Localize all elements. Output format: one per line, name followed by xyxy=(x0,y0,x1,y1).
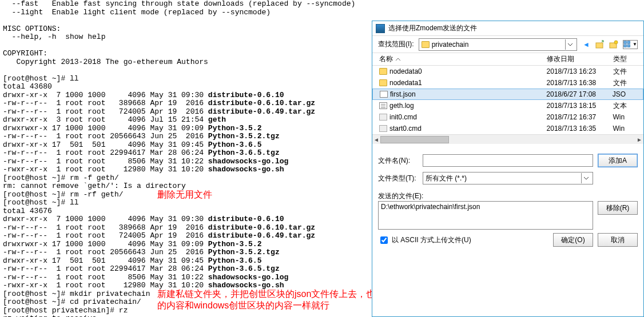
chevron-down-icon[interactable] xyxy=(581,173,590,183)
filename-label: 文件名(N): xyxy=(378,156,418,166)
svg-rect-5 xyxy=(624,45,626,47)
svg-rect-0 xyxy=(596,43,603,48)
add-button[interactable]: 添加A xyxy=(598,154,638,167)
file-name: nodedata0 xyxy=(389,67,422,75)
folder-icon xyxy=(379,79,387,86)
annotation-1: 删除无用文件 xyxy=(157,189,212,201)
scroll-right-icon[interactable]: ► xyxy=(635,137,643,143)
file-date: 2018/7/13 16:35 xyxy=(547,125,613,133)
annotation-2-l2: 的内容和windows创世区块的内容一样就行 xyxy=(157,300,329,312)
up-folder-icon[interactable] xyxy=(595,40,605,49)
file-type: 文件 xyxy=(613,78,644,88)
lookin-combo[interactable]: privatechain xyxy=(419,38,577,51)
dialog-titlebar[interactable]: 选择使用Zmodem发送的文件 xyxy=(372,21,643,36)
ok-button[interactable]: 确定(O) xyxy=(553,233,593,247)
json-icon xyxy=(380,91,388,98)
file-date: 2018/7/12 16:37 xyxy=(547,113,613,121)
cancel-button[interactable]: 取消 xyxy=(598,233,638,247)
file-type: JSO xyxy=(613,90,643,98)
txt-icon xyxy=(379,102,387,109)
file-type: 文本 xyxy=(613,101,644,111)
filetype-value: 所有文件 (*.*) xyxy=(426,174,581,183)
remove-button[interactable]: 移除(R) xyxy=(598,201,638,215)
file-type: Win xyxy=(613,113,644,121)
ascii-checkbox-input[interactable] xyxy=(380,236,388,244)
back-icon[interactable]: ◄ xyxy=(582,40,591,49)
file-picker-dialog: 选择使用Zmodem发送的文件 查找范围(I): privatechain ◄ … xyxy=(372,21,644,317)
file-name: init0.cmd xyxy=(389,113,417,121)
col-name-label[interactable]: 名称 xyxy=(379,54,393,64)
file-row[interactable]: init0.cmd2018/7/12 16:37Win xyxy=(372,111,643,123)
folder-icon xyxy=(379,68,387,75)
file-name: first.json xyxy=(390,90,416,98)
file-list-header: 名称 修改日期 类型 xyxy=(372,53,643,66)
sendfiles-list[interactable]: D:\ethwork\privatechain\first.json xyxy=(378,201,593,230)
file-row[interactable]: start0.cmd2018/7/13 16:35Win xyxy=(372,123,643,134)
file-date: 2018/7/13 18:15 xyxy=(547,102,613,110)
file-row[interactable]: nodedata02018/7/13 16:23文件 xyxy=(372,66,643,77)
sendfiles-label: 发送的文件(E): xyxy=(378,191,423,201)
svg-rect-6 xyxy=(627,45,630,47)
folder-icon xyxy=(422,41,430,48)
lookin-value: privatechain xyxy=(432,41,565,49)
col-date-label[interactable]: 修改日期 xyxy=(547,54,613,64)
file-name: geth.log xyxy=(389,102,414,110)
sort-asc-icon xyxy=(395,57,401,62)
scroll-left-icon[interactable]: ◄ xyxy=(372,137,380,143)
file-name: nodedata1 xyxy=(389,79,422,87)
col-type-label[interactable]: 类型 xyxy=(613,54,644,64)
svg-rect-4 xyxy=(627,41,630,43)
file-date: 2018/7/13 16:38 xyxy=(547,79,613,87)
dialog-title: 选择使用Zmodem发送的文件 xyxy=(388,23,477,33)
lookin-label: 查找范围(I): xyxy=(378,39,414,49)
file-type: Win xyxy=(613,125,644,133)
file-row[interactable]: geth.log2018/7/13 18:15文本 xyxy=(372,100,643,111)
ascii-checkbox[interactable]: 以 ASCII 方式上传文件(U) xyxy=(378,235,548,246)
filename-input[interactable] xyxy=(423,154,593,167)
dialog-icon xyxy=(376,24,385,33)
filetype-combo[interactable]: 所有文件 (*.*) xyxy=(423,172,593,184)
file-list[interactable]: 名称 修改日期 类型 nodedata02018/7/13 16:23文件nod… xyxy=(372,53,643,150)
svg-rect-3 xyxy=(624,41,626,43)
file-name: start0.cmd xyxy=(389,125,422,133)
file-date: 2018/6/27 17:08 xyxy=(546,90,612,98)
file-type: 文件 xyxy=(613,67,644,77)
scroll-thumb[interactable] xyxy=(380,136,449,143)
sendfiles-value: D:\ethwork\privatechain\first.json xyxy=(381,203,480,211)
horizontal-scrollbar[interactable]: ◄ ► xyxy=(372,134,643,144)
file-row[interactable]: nodedata12018/7/13 16:38文件 xyxy=(372,77,643,89)
svg-point-2 xyxy=(614,41,618,44)
cmd-icon xyxy=(379,114,387,121)
new-folder-icon[interactable] xyxy=(609,40,618,49)
filetype-label: 文件类型(T): xyxy=(378,174,418,183)
cmd-icon xyxy=(379,125,387,132)
view-menu-icon[interactable]: ▼ xyxy=(623,40,638,49)
chevron-down-icon[interactable] xyxy=(565,39,574,50)
ascii-checkbox-label: 以 ASCII 方式上传文件(U) xyxy=(392,235,471,245)
file-row[interactable]: first.json2018/6/27 17:08JSO xyxy=(372,89,643,100)
file-date: 2018/7/13 16:23 xyxy=(547,67,613,75)
